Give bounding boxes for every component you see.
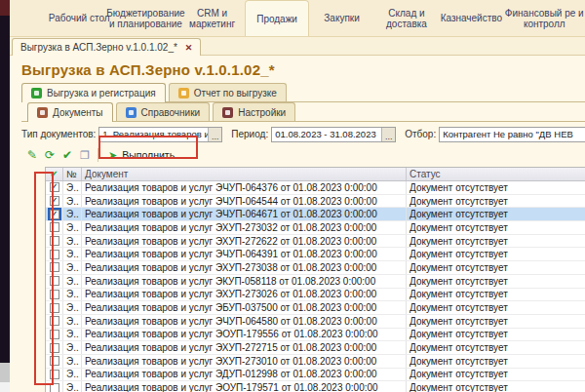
sub-tab-label: Документы bbox=[53, 107, 103, 118]
row-checkbox[interactable] bbox=[50, 316, 59, 326]
selection-field[interactable]: Контрагент Не равно "ДВ НЕВ bbox=[439, 127, 585, 142]
row-document: Реализация товаров и услуг ЭЧУП-064544 о… bbox=[82, 195, 407, 208]
doc-type-label: Тип документов: bbox=[21, 129, 96, 139]
table-row[interactable]: Э.. Реализация товаров и услуг ЭХУП-2727… bbox=[46, 341, 585, 355]
row-document: Реализация товаров и услуг ЭОУП-179571 о… bbox=[82, 381, 407, 392]
table-row[interactable]: Э.. Реализация товаров и услуг ЭЧУП-0643… bbox=[46, 248, 585, 261]
row-checkbox[interactable] bbox=[50, 276, 59, 286]
section-tab-label: Продажи bbox=[256, 14, 297, 24]
section-tab-label: Казначейство bbox=[441, 13, 502, 23]
table-row[interactable]: Э.. Реализация товаров и услуг ЭОУП-1795… bbox=[46, 381, 585, 392]
row-checkbox[interactable] bbox=[50, 236, 59, 246]
row-status: Документ отсутствует bbox=[407, 289, 585, 301]
row-num: Э.. bbox=[63, 355, 82, 368]
row-document: Реализация товаров и услуг ЭЧУП-064580 о… bbox=[82, 315, 407, 328]
table-row[interactable]: Э.. Реализация товаров и услуг ЭЧУП-0643… bbox=[46, 181, 585, 195]
row-document: Реализация товаров и услуг ЭДУП-012998 о… bbox=[82, 369, 407, 381]
table-row[interactable]: Э.. Реализация товаров и услуг ЭОУП-1795… bbox=[46, 329, 585, 342]
row-status: Документ отсутствует bbox=[407, 275, 585, 288]
row-document: Реализация товаров и услуг ЭКУП-058118 о… bbox=[82, 275, 407, 288]
header-check-cell[interactable]: ✔ bbox=[46, 168, 63, 180]
edit-icon[interactable]: ✎ bbox=[23, 147, 41, 163]
period-field[interactable]: 01.08.2023 - 31.08.2023 ... bbox=[271, 127, 396, 142]
section-tab[interactable]: Рабочий стол bbox=[47, 0, 111, 36]
section-tab[interactable]: Бюджетирование и планирование bbox=[111, 0, 179, 36]
sub-tab-label: Справочники bbox=[141, 107, 201, 118]
window-tab[interactable]: Выгрузка в АСП.Зерно v.1.0.1.02_* ✕ bbox=[12, 38, 201, 56]
table-row[interactable]: Э.. Реализация товаров и услуг ЭДУП-0129… bbox=[46, 369, 585, 382]
row-check-cell bbox=[46, 369, 63, 381]
row-check-cell bbox=[46, 289, 63, 301]
row-num: Э.. bbox=[63, 369, 82, 381]
row-checkbox[interactable] bbox=[50, 182, 59, 192]
row-num: Э.. bbox=[63, 289, 82, 301]
row-checkbox[interactable] bbox=[50, 250, 59, 259]
row-checkbox[interactable] bbox=[50, 330, 59, 339]
close-icon[interactable]: ✕ bbox=[185, 43, 193, 53]
sub-tab[interactable]: Документы bbox=[27, 102, 113, 122]
row-check-cell bbox=[46, 195, 63, 208]
sub-tab-icon bbox=[222, 107, 233, 118]
row-checkbox[interactable] bbox=[50, 196, 59, 206]
row-document: Реализация товаров и услуг ЭХУП-272715 о… bbox=[82, 341, 407, 354]
header-num[interactable]: № bbox=[63, 168, 82, 180]
table-row[interactable]: Э.. Реализация товаров и услуг ЭЧУП-0646… bbox=[46, 208, 585, 221]
doc-type-field[interactable]: 1. Реализация товаров и услуг - ... bbox=[98, 127, 222, 142]
row-status: Документ отсутствует bbox=[407, 235, 585, 248]
refresh-icon[interactable]: ⟳ bbox=[41, 147, 58, 163]
row-document: Реализация товаров и услуг ЭХУП-272622 о… bbox=[82, 235, 407, 248]
sub-tab-icon bbox=[126, 107, 136, 118]
tab-icon bbox=[178, 88, 189, 98]
table-row[interactable]: Э.. Реализация товаров и услуг ЭБУП-0375… bbox=[46, 301, 585, 315]
row-checkbox[interactable] bbox=[50, 383, 59, 392]
row-checkbox[interactable] bbox=[50, 370, 59, 379]
period-choose-icon[interactable]: ... bbox=[381, 128, 395, 141]
table-row[interactable]: Э.. Реализация товаров и услуг ЭХУП-2730… bbox=[46, 355, 585, 369]
section-tab[interactable]: Продажи bbox=[245, 0, 310, 36]
sub-tab-label: Настройки bbox=[238, 107, 286, 118]
row-num: Э.. bbox=[63, 341, 82, 354]
section-tab[interactable]: Закупки bbox=[309, 0, 373, 36]
table-row[interactable]: Э.. Реализация товаров и услуг ЭХУП-2730… bbox=[46, 289, 585, 302]
form-tab[interactable]: Отчет по выгрузке bbox=[169, 83, 287, 101]
row-checkbox[interactable] bbox=[50, 210, 59, 219]
row-check-cell bbox=[46, 221, 63, 234]
row-checkbox[interactable] bbox=[50, 343, 59, 353]
doc-type-choose-icon[interactable]: ... bbox=[208, 128, 221, 141]
section-tab[interactable]: Казначейство bbox=[439, 0, 503, 36]
table-row[interactable]: Э.. Реализация товаров и услуг ЭХУП-2730… bbox=[46, 261, 585, 275]
row-checkbox[interactable] bbox=[50, 290, 59, 299]
header-document[interactable]: Документ bbox=[82, 168, 407, 180]
table-row[interactable]: Э.. Реализация товаров и услуг ЭКУП-0581… bbox=[46, 275, 585, 289]
row-checkbox[interactable] bbox=[50, 222, 59, 232]
row-check-cell bbox=[46, 248, 63, 260]
section-tab-label: Закупки bbox=[324, 13, 359, 23]
uncheck-all-icon[interactable]: ❐ bbox=[76, 147, 94, 163]
table-row[interactable]: Э.. Реализация товаров и услуг ЭЧУП-0645… bbox=[46, 195, 585, 209]
tabs-level2: Документы Справочники Настройки bbox=[21, 102, 585, 122]
table-row[interactable]: Э.. Реализация товаров и услуг ЭХУП-2730… bbox=[46, 221, 585, 235]
sub-tab[interactable]: Справочники bbox=[116, 102, 211, 121]
form-tab[interactable]: Выгрузка и регистрация bbox=[21, 83, 166, 102]
row-check-cell bbox=[46, 381, 63, 392]
check-all-icon[interactable]: ✔ bbox=[58, 147, 76, 163]
section-tab-label: Финансовый ре и контролл bbox=[505, 8, 584, 29]
table-row[interactable]: Э.. Реализация товаров и услуг ЭХУП-2726… bbox=[46, 235, 585, 249]
row-checkbox[interactable] bbox=[50, 356, 59, 366]
row-checkbox[interactable] bbox=[50, 262, 59, 272]
section-tab[interactable]: Склад и доставка bbox=[374, 0, 439, 36]
row-status: Документ отсутствует bbox=[407, 221, 585, 234]
header-status[interactable]: Статус bbox=[407, 168, 585, 180]
row-check-cell bbox=[46, 235, 63, 248]
section-tab[interactable]: CRM и маркетинг bbox=[179, 0, 244, 36]
sub-tab[interactable]: Настройки bbox=[213, 102, 295, 121]
document-toolbar: ✎ ⟳ ✔ ❐ ➤ Выполнить bbox=[21, 145, 585, 165]
row-checkbox[interactable] bbox=[50, 303, 59, 313]
row-check-cell bbox=[46, 275, 63, 288]
execute-button[interactable]: ➤ Выполнить bbox=[102, 146, 184, 164]
desktop-edge-mid bbox=[0, 16, 10, 363]
row-check-cell bbox=[46, 301, 63, 314]
table-row[interactable]: Э.. Реализация товаров и услуг ЭЧУП-0645… bbox=[46, 315, 585, 329]
section-tab-label: Рабочий стол bbox=[49, 13, 110, 23]
section-tab[interactable]: Финансовый ре и контролл bbox=[504, 0, 585, 36]
